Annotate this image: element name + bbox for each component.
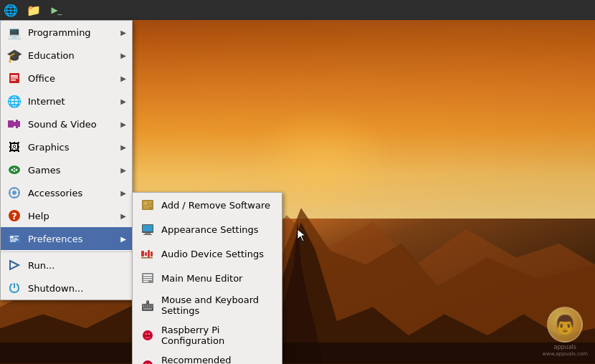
svg-rect-59 [151,305,153,306]
help-icon: ? [6,208,22,224]
watermark: 👨 appualswww.appuals.com [543,307,588,357]
svg-rect-45 [145,252,147,256]
svg-rect-60 [143,307,144,308]
menu-item-graphics[interactable]: 🖼 Graphics ▶ [1,135,132,158]
svg-rect-30 [10,239,19,241]
shutdown-icon [6,280,22,296]
svg-point-15 [16,169,18,171]
menu-item-accessories[interactable]: Accessories ▶ [1,181,132,204]
submenu-mouse-keyboard[interactable]: Mouse and Keyboard Settings [133,290,282,320]
office-arrow: ▶ [120,75,126,82]
svg-rect-64 [151,307,153,308]
svg-rect-52 [143,279,152,281]
menu-item-games[interactable]: Games ▶ [1,158,132,181]
programming-arrow: ▶ [120,29,126,37]
submenu-appearance[interactable]: Appearance Settings [133,217,282,241]
svg-rect-51 [143,277,152,279]
svg-point-71 [148,333,151,335]
menu-item-sound-video[interactable]: Sound & Video ▶ [1,112,132,135]
svg-rect-56 [145,305,146,306]
recommended-icon [140,358,156,364]
taskbar-globe-button[interactable]: 🌐 [0,1,22,19]
recommended-label: Recommended Software [161,355,275,364]
svg-rect-37 [148,203,151,205]
svg-rect-46 [148,250,150,257]
taskbar-terminal-button[interactable]: ▶_ [46,1,67,19]
menu-item-shutdown[interactable]: Shutdown... [1,277,132,300]
graphics-arrow: ▶ [120,143,126,151]
graphics-icon: 🖼 [6,139,22,155]
games-icon [6,162,22,178]
menu-item-preferences[interactable]: Preferences ▶ [1,227,132,250]
help-label: Help [28,211,120,221]
svg-rect-31 [10,241,16,242]
appearance-label: Appearance Settings [161,224,259,235]
internet-label: Internet [28,96,120,107]
education-arrow: ▶ [120,52,126,59]
preferences-submenu: Add / Remove Software Appearance Setting… [132,192,282,364]
svg-text:?: ? [11,211,17,221]
menu-item-help[interactable]: ? Help ▶ [1,204,132,227]
mouse-keyboard-icon [140,297,156,313]
submenu-add-remove[interactable]: Add / Remove Software [133,193,282,217]
svg-marker-32 [10,261,19,269]
svg-rect-58 [149,305,151,306]
graphics-label: Graphics [28,142,120,153]
svg-rect-39 [143,208,149,209]
svg-rect-50 [143,274,152,276]
main-menu-editor-label: Main Menu Editor [161,273,242,284]
office-icon [6,70,22,86]
svg-rect-6 [11,75,18,77]
svg-rect-44 [141,251,144,257]
svg-rect-29 [14,238,17,239]
svg-rect-4 [0,343,595,364]
sound-video-label: Sound & Video [28,119,120,130]
svg-rect-16 [14,168,15,169]
menu-item-programming[interactable]: 💻 Programming ▶ [1,21,132,44]
submenu-raspi-config[interactable]: Raspberry Pi Configuration [133,320,282,350]
audio-device-label: Audio Device Settings [161,249,264,259]
add-remove-label: Add / Remove Software [161,200,270,211]
menu-item-internet[interactable]: 🌐 Internet ▶ [1,90,132,112]
svg-rect-7 [11,77,18,79]
svg-rect-28 [14,236,19,237]
svg-rect-57 [147,305,148,306]
svg-rect-41 [143,225,153,231]
internet-icon: 🌐 [6,93,22,109]
games-arrow: ▶ [120,166,126,174]
svg-point-13 [9,166,20,174]
menu-item-office[interactable]: Office ▶ [1,67,132,90]
main-menu-editor-icon [140,270,156,286]
svg-point-19 [12,191,16,195]
internet-arrow: ▶ [120,97,126,105]
svg-rect-11 [16,120,18,128]
preferences-arrow: ▶ [120,235,126,243]
submenu-recommended[interactable]: Recommended Software [133,350,282,364]
menu-item-run[interactable]: Run... [1,254,132,277]
sound-video-icon [6,116,22,132]
programming-label: Programming [28,27,120,38]
svg-rect-9 [8,120,14,128]
education-label: Education [28,50,120,61]
submenu-audio-device[interactable]: Audio Device Settings [133,241,282,266]
accessories-label: Accessories [28,188,120,198]
svg-point-70 [146,333,148,335]
taskbar-folder-button[interactable]: 📁 [23,1,44,19]
raspi-config-label: Raspberry Pi Configuration [161,325,275,346]
svg-rect-42 [145,233,151,234]
accessories-icon [6,185,22,201]
audio-device-icon [140,246,156,262]
programming-icon: 💻 [6,24,22,40]
submenu-main-menu-editor[interactable]: Main Menu Editor [133,266,282,290]
svg-rect-38 [143,206,152,207]
preferences-icon [6,231,22,246]
help-arrow: ▶ [120,212,126,220]
taskbar: 🌐 📁 ▶_ [0,0,595,20]
add-remove-icon [140,197,156,213]
svg-rect-27 [10,236,14,239]
svg-rect-62 [147,307,148,308]
menu-item-education[interactable]: 🎓 Education ▶ [1,44,132,67]
svg-rect-67 [147,300,148,302]
raspi-config-icon [140,327,156,343]
svg-rect-12 [18,121,20,127]
